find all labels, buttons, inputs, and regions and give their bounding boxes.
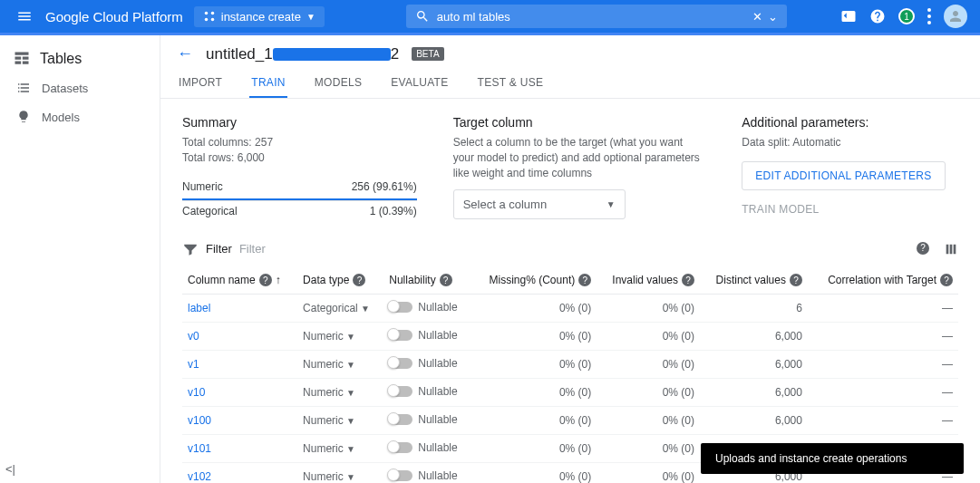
snackbar[interactable]: Uploads and instance create operations	[701, 443, 964, 474]
cell-invalid: 0% (0)	[597, 351, 700, 379]
nullable-toggle[interactable]: Nullable	[389, 413, 457, 426]
th-data-type[interactable]: Data type?	[297, 266, 383, 295]
caret-down-icon: ▼	[346, 416, 355, 426]
nullable-toggle[interactable]: Nullable	[389, 301, 457, 314]
clear-icon[interactable]: ✕	[747, 10, 768, 24]
table-row[interactable]: v0Numeric ▼Nullable0% (0)0% (0)6,000—	[182, 323, 958, 351]
caret-down-icon: ▼	[346, 360, 355, 370]
more-icon[interactable]	[927, 8, 931, 24]
list-icon	[16, 81, 31, 95]
cell-missing: 0% (0)	[471, 323, 597, 351]
project-selector[interactable]: instance create ▼	[194, 6, 325, 27]
svg-point-3	[211, 18, 215, 22]
table-row[interactable]: v100Numeric ▼Nullable0% (0)0% (0)6,000—	[182, 407, 958, 435]
cell-invalid: 0% (0)	[597, 435, 700, 463]
redacted-segment	[273, 48, 391, 61]
cell-data-type[interactable]: Numeric ▼	[297, 323, 383, 351]
filter-placeholder[interactable]: Filter	[239, 242, 266, 256]
nullable-toggle[interactable]: Nullable	[389, 357, 457, 370]
th-nullability[interactable]: Nullability?	[383, 266, 471, 295]
sidebar-item-datasets[interactable]: Datasets	[0, 73, 160, 102]
svg-point-1	[211, 12, 215, 15]
th-column-name[interactable]: Column name?↑	[182, 266, 297, 295]
help-icon[interactable]: ?	[917, 242, 929, 255]
top-bar: Google Cloud Platform instance create ▼ …	[0, 0, 980, 33]
filter-icon[interactable]	[182, 241, 199, 257]
tab-bar: IMPORT TRAIN MODELS EVALUATE TEST & USE	[160, 69, 980, 99]
search-input[interactable]	[437, 10, 747, 24]
tables-icon	[13, 50, 31, 68]
cell-invalid: 0% (0)	[597, 295, 700, 323]
edit-additional-parameters-button[interactable]: EDIT ADDITIONAL PARAMETERS	[742, 161, 945, 190]
target-title: Target column	[453, 115, 706, 130]
cell-column-name[interactable]: v0	[182, 323, 297, 351]
table-row[interactable]: v1Numeric ▼Nullable0% (0)0% (0)6,000—	[182, 351, 958, 379]
cell-correlation: —	[808, 379, 958, 407]
cell-distinct: 6	[700, 295, 808, 323]
cell-column-name[interactable]: v10	[182, 379, 297, 407]
cell-column-name[interactable]: v100	[182, 407, 297, 435]
caret-down-icon: ▼	[361, 304, 370, 314]
cell-invalid: 0% (0)	[597, 463, 700, 483]
cloud-shell-icon[interactable]	[840, 8, 857, 24]
cell-column-name[interactable]: v102	[182, 463, 297, 483]
cell-data-type[interactable]: Categorical ▼	[297, 295, 383, 323]
cell-column-name[interactable]: v101	[182, 435, 297, 463]
cell-data-type[interactable]: Numeric ▼	[297, 463, 383, 483]
chevron-down-icon[interactable]: ⌄	[768, 10, 778, 24]
cell-nullability: Nullable	[383, 351, 471, 379]
caret-down-icon: ▼	[346, 444, 355, 454]
table-row[interactable]: labelCategorical ▼Nullable0% (0)0% (0)6—	[182, 295, 958, 323]
th-correlation[interactable]: Correlation with Target?	[808, 266, 958, 295]
cell-nullability: Nullable	[383, 295, 471, 323]
cell-data-type[interactable]: Numeric ▼	[297, 351, 383, 379]
search-box[interactable]: ✕ ⌄	[406, 5, 787, 28]
cell-missing: 0% (0)	[471, 351, 597, 379]
svg-point-5	[927, 14, 931, 18]
tab-models[interactable]: MODELS	[313, 69, 364, 98]
th-invalid[interactable]: Invalid values?	[597, 266, 700, 295]
nullable-toggle[interactable]: Nullable	[389, 385, 457, 398]
cell-missing: 0% (0)	[471, 295, 597, 323]
caret-down-icon: ▼	[306, 12, 315, 22]
cell-column-name[interactable]: label	[182, 295, 297, 323]
th-missing[interactable]: Missing% (Count)?	[471, 266, 597, 295]
target-column-select[interactable]: Select a column ▼	[453, 189, 626, 219]
nullable-toggle[interactable]: Nullable	[389, 469, 457, 482]
tab-test-use[interactable]: TEST & USE	[476, 69, 546, 98]
tab-evaluate[interactable]: EVALUATE	[389, 69, 450, 98]
addl-title: Additional parameters:	[742, 115, 958, 130]
cell-invalid: 0% (0)	[597, 407, 700, 435]
summary-panel: Summary Total columns: 257 Total rows: 6…	[182, 115, 417, 221]
cell-nullability: Nullable	[383, 323, 471, 351]
table-row[interactable]: v10Numeric ▼Nullable0% (0)0% (0)6,000—	[182, 379, 958, 407]
tab-train[interactable]: TRAIN	[249, 69, 287, 98]
train-model-button[interactable]: TRAIN MODEL	[742, 203, 958, 216]
nullable-toggle[interactable]: Nullable	[389, 329, 457, 342]
tab-import[interactable]: IMPORT	[177, 69, 224, 98]
collapse-sidebar-icon[interactable]: <|	[5, 462, 15, 476]
cell-distinct: 6,000	[700, 379, 808, 407]
help-icon[interactable]	[869, 8, 886, 24]
avatar[interactable]	[944, 5, 967, 28]
caret-down-icon: ▼	[606, 199, 616, 209]
cell-data-type[interactable]: Numeric ▼	[297, 407, 383, 435]
filter-label: Filter	[206, 242, 232, 256]
columns-icon[interactable]	[944, 242, 958, 256]
cell-correlation: —	[808, 323, 958, 351]
data-split-value: Data split: Automatic	[742, 135, 958, 150]
menu-icon[interactable]	[7, 8, 42, 24]
sidebar: Tables Datasets Models	[0, 35, 160, 483]
cell-column-name[interactable]: v1	[182, 351, 297, 379]
th-distinct[interactable]: Distinct values?	[700, 266, 808, 295]
notification-badge[interactable]: 1	[898, 8, 915, 24]
cell-data-type[interactable]: Numeric ▼	[297, 379, 383, 407]
svg-point-6	[927, 21, 931, 24]
cell-correlation: —	[808, 407, 958, 435]
nullable-toggle[interactable]: Nullable	[389, 441, 457, 454]
cell-data-type[interactable]: Numeric ▼	[297, 435, 383, 463]
sidebar-item-models[interactable]: Models	[0, 102, 160, 131]
back-arrow-icon[interactable]: ←	[177, 44, 193, 63]
caret-down-icon: ▼	[346, 472, 355, 482]
target-desc: Select a column to be the target (what y…	[453, 135, 706, 180]
